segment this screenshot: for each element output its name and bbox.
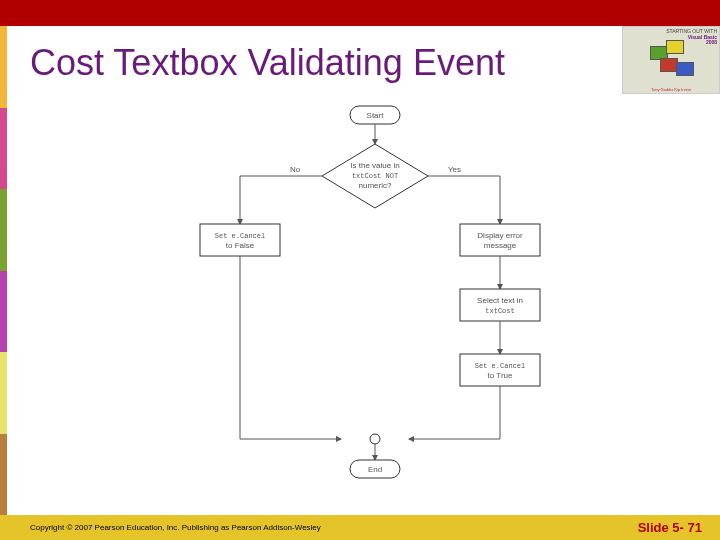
side-color-stripe [0, 26, 7, 515]
copyright-text: Copyright © 2007 Pearson Education, Inc.… [30, 523, 321, 532]
join-node [370, 434, 380, 444]
decision-line3: numeric? [359, 181, 392, 190]
no-box-l1: Set e.Cancel [215, 232, 265, 240]
bottom-bar: Copyright © 2007 Pearson Education, Inc.… [0, 515, 720, 540]
yes3-l2: to True [488, 371, 513, 380]
yes-process-1 [460, 224, 540, 256]
yes-label: Yes [448, 165, 461, 174]
yes-process-2 [460, 289, 540, 321]
no-box-l2: to False [226, 241, 255, 250]
slide-number: Slide 5- 71 [638, 520, 702, 535]
yes1-l2: message [484, 241, 517, 250]
stripe-seg [0, 26, 7, 108]
slide-title: Cost Textbox Validating Event [30, 42, 505, 84]
yes-process-3 [460, 354, 540, 386]
yes2-l1: Select text in [477, 296, 523, 305]
top-red-bar [0, 0, 720, 26]
start-label: Start [367, 111, 385, 120]
yes1-l1: Display error [477, 231, 523, 240]
blocks-icon [646, 40, 696, 80]
stripe-seg [0, 434, 7, 516]
logo-sub: Tony Gaddis Kip Irvine [625, 87, 717, 92]
yes2-l2: txtCost [485, 307, 514, 315]
cube [676, 62, 694, 76]
no-label: No [290, 165, 301, 174]
book-logo: STARTING OUT WITH Visual Basic 2008 Tony… [622, 26, 720, 94]
yes3-l1: Set e.Cancel [475, 362, 525, 370]
stripe-seg [0, 108, 7, 190]
decision-line1: Is the value in [350, 161, 399, 170]
flowchart-diagram: Start Is the value in txtCost NOT numeri… [160, 104, 580, 484]
stripe-seg [0, 352, 7, 434]
no-process-box [200, 224, 280, 256]
stripe-seg [0, 271, 7, 353]
stripe-seg [0, 189, 7, 271]
cube [666, 40, 684, 54]
end-label: End [368, 465, 382, 474]
decision-line2: txtCost NOT [352, 172, 398, 180]
